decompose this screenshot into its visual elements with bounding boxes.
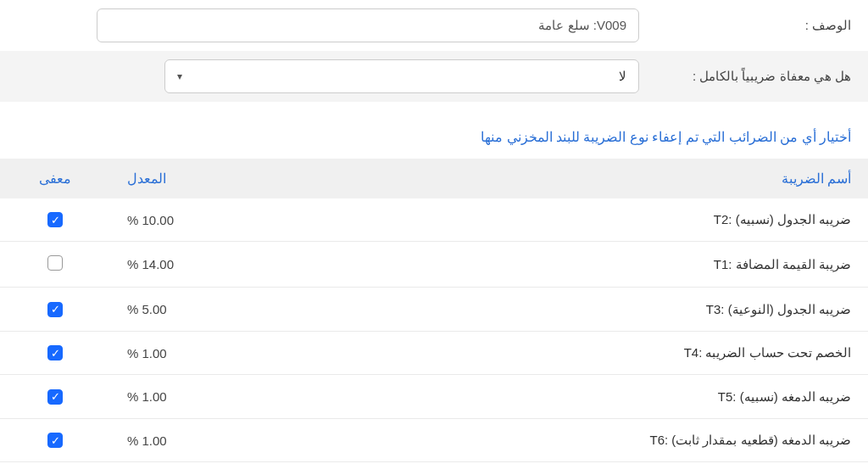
tax-name-cell: T4: الخصم تحت حساب الضريبه bbox=[331, 345, 868, 360]
description-input[interactable] bbox=[97, 8, 639, 42]
col-header-name: أسم الضريبة bbox=[331, 170, 868, 187]
col-header-rate: المعدل bbox=[110, 170, 331, 187]
tax-exempt-cell bbox=[0, 433, 110, 449]
tax-name-cell: T5: ضريبه الدمغه (نسبيه) bbox=[331, 389, 868, 405]
tax-name-cell: T2: ضريبه الجدول (نسبيه) bbox=[331, 212, 868, 227]
tax-exempt-cell bbox=[0, 388, 110, 405]
section-title: أختيار أي من الضرائب التي تم إعفاء نوع ا… bbox=[0, 102, 868, 159]
fully-exempt-label: هل هي معفاة ضريبياً بالكامل : bbox=[639, 69, 868, 84]
tax-name-cell: T1: ضريبة القيمة المضافة bbox=[331, 257, 868, 272]
chevron-down-icon: ▾ bbox=[177, 70, 182, 82]
description-label: الوصف : bbox=[639, 18, 868, 33]
tax-rate-cell: % 10.00 bbox=[110, 213, 331, 227]
table-row: T2: ضريبه الجدول (نسبيه)% 10.00 bbox=[0, 198, 868, 243]
tax-exempt-cell bbox=[0, 301, 110, 317]
exempt-checkbox[interactable] bbox=[47, 255, 63, 271]
tax-exempt-cell bbox=[0, 212, 110, 228]
exempt-checkbox[interactable] bbox=[47, 433, 63, 448]
table-row: T1: ضريبة القيمة المضافة% 14.00 bbox=[0, 242, 868, 288]
fully-exempt-select[interactable]: لا ▾ bbox=[164, 59, 639, 93]
tax-rate-cell: % 1.00 bbox=[110, 346, 331, 360]
tax-exempt-cell bbox=[0, 345, 110, 361]
table-row: T3: ضريبه الجدول (النوعية)% 5.00 bbox=[0, 288, 868, 332]
table-row: T5: ضريبه الدمغه (نسبيه)% 1.00 bbox=[0, 375, 868, 419]
description-row: الوصف : bbox=[0, 0, 868, 51]
tax-table-body: T2: ضريبه الجدول (نسبيه)% 10.00T1: ضريبة… bbox=[0, 198, 868, 463]
exempt-checkbox[interactable] bbox=[47, 212, 63, 227]
fully-exempt-input-col: لا ▾ bbox=[0, 59, 639, 93]
fully-exempt-value: لا bbox=[619, 69, 626, 84]
exempt-checkbox[interactable] bbox=[47, 389, 63, 405]
exempt-checkbox[interactable] bbox=[47, 302, 63, 317]
table-row: T4: الخصم تحت حساب الضريبه% 1.00 bbox=[0, 332, 868, 376]
description-input-col bbox=[0, 8, 639, 42]
tax-rate-cell: % 1.00 bbox=[110, 433, 331, 448]
exempt-checkbox[interactable] bbox=[47, 345, 63, 360]
tax-table-header: أسم الضريبة المعدل معفى bbox=[0, 159, 868, 198]
tax-exempt-cell bbox=[0, 255, 110, 273]
col-header-exempt: معفى bbox=[0, 170, 110, 187]
table-row: T6: ضريبه الدمغه (قطعيه بمقدار ثابت)% 1.… bbox=[0, 419, 868, 463]
fully-exempt-row: هل هي معفاة ضريبياً بالكامل : لا ▾ bbox=[0, 51, 868, 102]
tax-rate-cell: % 1.00 bbox=[110, 389, 331, 404]
tax-name-cell: T3: ضريبه الجدول (النوعية) bbox=[331, 302, 868, 317]
tax-name-cell: T6: ضريبه الدمغه (قطعيه بمقدار ثابت) bbox=[331, 433, 868, 448]
tax-rate-cell: % 14.00 bbox=[110, 257, 331, 271]
tax-rate-cell: % 5.00 bbox=[110, 302, 331, 316]
